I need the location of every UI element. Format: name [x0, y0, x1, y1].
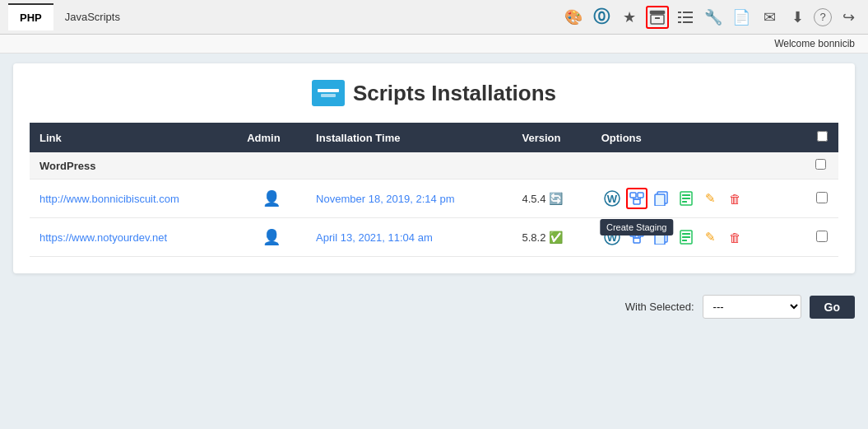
table-row: https://www.notyourdev.net 👤 April 13, 2…: [30, 218, 838, 257]
svg-rect-4: [683, 12, 693, 13]
col-header-version: Version: [512, 123, 591, 152]
staging-tooltip-container: Create Staging: [626, 188, 648, 209]
admin-person-icon: 👤: [262, 229, 281, 245]
link-cell: https://www.notyourdev.net: [30, 218, 237, 257]
row-checkbox-cell: [805, 180, 838, 218]
nav-tabs: PHP JavaScripts: [8, 3, 132, 30]
svg-rect-1: [651, 15, 664, 24]
admin-cell: 👤: [237, 218, 306, 257]
col-header-link: Link: [30, 123, 237, 152]
archive-icon[interactable]: [646, 6, 669, 29]
welcome-bar: Welcome bonnicib: [0, 35, 868, 54]
edit-button[interactable]: ✎: [700, 188, 722, 209]
wordpress-icon[interactable]: ⓪: [590, 6, 613, 29]
svg-text:W: W: [607, 193, 618, 205]
page-title: Scripts Installations: [353, 81, 556, 106]
star-icon[interactable]: ★: [618, 6, 641, 29]
svg-rect-13: [634, 199, 640, 204]
refresh-icon[interactable]: 🔄: [549, 192, 563, 205]
admin-person-icon: 👤: [262, 190, 281, 207]
clone-button[interactable]: [651, 188, 672, 209]
svg-rect-27: [634, 238, 640, 243]
select-all-checkbox[interactable]: [817, 131, 828, 142]
tab-javascripts[interactable]: JavaScripts: [53, 3, 132, 30]
nav-icons: 🎨 ⓪ ★ 🔧 📄 ✉: [562, 6, 860, 29]
svg-rect-22: [682, 201, 687, 203]
install-link[interactable]: http://www.bonnicibiscuit.com: [39, 193, 179, 205]
row-checkbox[interactable]: [816, 231, 828, 242]
signout-icon[interactable]: ↪: [837, 6, 860, 29]
svg-rect-8: [683, 21, 693, 23]
email-icon[interactable]: ✉: [758, 6, 781, 29]
col-header-checkbox: [805, 123, 838, 152]
col-header-installation-time: Installation Time: [306, 123, 512, 152]
delete-button[interactable]: 🗑: [725, 226, 746, 248]
download-icon[interactable]: ⬇: [786, 6, 809, 29]
svg-rect-35: [682, 236, 690, 238]
col-header-options: Options: [592, 123, 805, 152]
svg-rect-20: [682, 194, 690, 196]
backup-button[interactable]: [675, 226, 697, 248]
admin-cell: 👤: [237, 180, 306, 218]
top-nav: PHP JavaScripts 🎨 ⓪ ★: [0, 0, 868, 35]
create-staging-button[interactable]: [626, 188, 648, 209]
svg-rect-34: [682, 233, 690, 235]
delete-button[interactable]: 🗑: [725, 188, 746, 209]
svg-rect-11: [630, 193, 636, 198]
svg-rect-6: [683, 16, 693, 18]
wordpress-admin-button[interactable]: W: [601, 188, 623, 209]
svg-rect-2: [655, 17, 660, 19]
main-content: Scripts Installations Link Admin Install…: [13, 63, 855, 273]
svg-rect-12: [638, 193, 643, 198]
go-button[interactable]: Go: [810, 296, 855, 319]
scripts-icon: [312, 80, 345, 106]
edit-button[interactable]: ✎: [700, 226, 722, 248]
date-cell: November 18, 2019, 2:14 pm: [306, 180, 512, 218]
svg-rect-5: [678, 16, 681, 18]
tab-php[interactable]: PHP: [8, 3, 53, 30]
link-cell: http://www.bonnicibiscuit.com: [30, 180, 237, 218]
group-name: WordPress: [30, 152, 805, 180]
version-cell: 5.8.2 ✅: [512, 218, 591, 257]
svg-rect-36: [682, 240, 687, 241]
bottom-bar: With Selected: --- Delete Upgrade Go: [0, 283, 868, 330]
check-icon: ✅: [549, 231, 563, 244]
svg-rect-3: [678, 12, 681, 13]
options-cell: W: [592, 180, 805, 218]
row-checkbox[interactable]: [816, 192, 828, 203]
group-row-wordpress: WordPress: [30, 152, 838, 180]
version-number: 5.8.2: [522, 231, 545, 244]
page-title-area: Scripts Installations: [30, 80, 838, 106]
svg-rect-0: [650, 11, 665, 14]
group-checkbox[interactable]: [815, 159, 826, 170]
wrench-icon[interactable]: 🔧: [702, 6, 725, 29]
backup-button[interactable]: [675, 188, 697, 209]
with-selected-select[interactable]: --- Delete Upgrade: [703, 295, 801, 319]
with-selected-label: With Selected:: [625, 301, 694, 313]
date-cell: April 13, 2021, 11:04 am: [306, 218, 512, 257]
version-cell: 4.5.4 🔄: [512, 180, 591, 218]
table-row: http://www.bonnicibiscuit.com 👤 November…: [30, 180, 838, 218]
svg-rect-7: [678, 21, 681, 23]
help-icon[interactable]: ?: [814, 8, 832, 26]
palette-icon[interactable]: 🎨: [562, 6, 585, 29]
install-link[interactable]: https://www.notyourdev.net: [39, 231, 167, 244]
group-checkbox-cell: [805, 152, 838, 180]
create-staging-tooltip: Create Staging: [600, 219, 673, 235]
col-header-admin: Admin: [237, 123, 306, 152]
welcome-text: Welcome bonnicib: [774, 38, 855, 49]
svg-rect-18: [655, 194, 665, 206]
svg-rect-21: [682, 198, 690, 199]
document-icon[interactable]: 📄: [730, 6, 753, 29]
list-icon[interactable]: [674, 6, 697, 29]
installs-table: Link Admin Installation Time Version Opt…: [30, 123, 838, 257]
version-number: 4.5.4: [522, 193, 545, 205]
row-checkbox-cell: [805, 218, 838, 257]
